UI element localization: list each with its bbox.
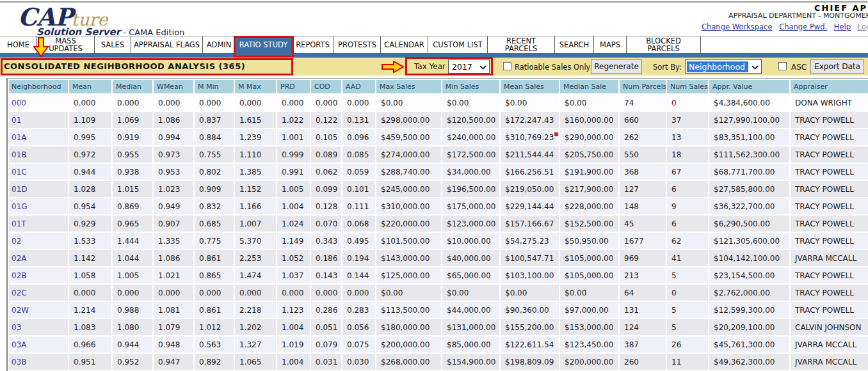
nav-tab-calendar[interactable]: CALENDAR — [381, 36, 428, 53]
cell-neighborhood[interactable]: 03 — [9, 319, 68, 335]
cell-mean: 1.083 — [69, 319, 111, 335]
cell-num-parcels: 550 — [620, 146, 666, 162]
cell-cod: 0.000 — [311, 95, 341, 111]
cell-max-sales: $220,000.00 — [376, 216, 441, 232]
nav-tab-recent-parcels[interactable]: RECENT PARCELS — [488, 36, 555, 53]
column-header-min-sales[interactable]: Min Sales — [442, 80, 499, 93]
cell-median: 0.869 — [113, 198, 152, 214]
cell-m-max: 1.065 — [235, 354, 276, 370]
column-header-cod[interactable]: COD — [311, 80, 341, 93]
cell-neighborhood[interactable]: 01B — [9, 146, 68, 162]
table-row-02B: 02B1.0581.0051.0210.8651.4741.0370.1430.… — [9, 267, 868, 283]
nav-tab-blocked-parcels[interactable]: BLOCKED PARCELS — [627, 36, 701, 53]
logout-link[interactable]: Logo — [858, 22, 868, 31]
cell-num-parcels: 148 — [620, 198, 666, 214]
table-row-03B: 03B0.9510.9520.9470.8921.0651.0040.0310.… — [9, 354, 868, 370]
cell-mean-sales: $0.00 — [501, 95, 559, 111]
cell-neighborhood[interactable]: 02C — [9, 285, 68, 301]
cell-median: 1.044 — [113, 250, 152, 266]
change-workspace-link[interactable]: Change Workspace — [702, 22, 773, 31]
table-row-01G: 01G0.9540.8690.9490.8321.1661.0040.1280.… — [9, 198, 868, 214]
nav-tab-sales[interactable]: SALES — [95, 36, 131, 53]
column-header-num-parcels[interactable]: Num Parcels — [620, 80, 666, 93]
cell-appr-value: $121,305,600.00 — [709, 233, 789, 249]
column-header-median[interactable]: Median — [113, 80, 152, 93]
column-header-aad[interactable]: AAD — [342, 80, 375, 93]
cell-median-sale: $191,900.00 — [560, 164, 618, 180]
column-header-median-sale[interactable]: Median Sale — [560, 80, 618, 93]
column-header-wmean[interactable]: WMean — [154, 80, 193, 93]
cell-appr-value: $127,990,100.00 — [709, 112, 789, 128]
cell-neighborhood[interactable]: 03B — [9, 354, 68, 370]
column-header-m-min[interactable]: M Min — [195, 80, 234, 93]
cell-median: 0.965 — [113, 216, 152, 232]
help-link[interactable]: Help — [834, 22, 851, 31]
top-border-line — [0, 1, 868, 3]
cell-neighborhood[interactable]: 01G — [9, 198, 68, 214]
nav-tab-reports[interactable]: REPORTS — [292, 36, 334, 53]
cell-max-sales: $298,000.00 — [376, 112, 441, 128]
cell-appraiser: TRACY POWELL — [791, 164, 868, 180]
column-header-max-sales[interactable]: Max Sales — [376, 80, 441, 93]
change-pwd-link[interactable]: Change Pwd. — [779, 22, 827, 31]
cell-cod: 0.062 — [311, 164, 341, 180]
cell-wmean: 0.947 — [154, 354, 193, 370]
column-header-neighborhood[interactable]: Neighborhood — [9, 80, 68, 93]
nav-tab-custom-list[interactable]: CUSTOM LIST — [428, 36, 488, 53]
cell-neighborhood[interactable]: 01A — [9, 129, 68, 145]
cell-neighborhood[interactable]: 02W — [9, 302, 68, 318]
cell-prd: 1.001 — [277, 129, 310, 145]
cell-cod: 0.128 — [311, 198, 341, 214]
column-header-mean[interactable]: Mean — [69, 80, 111, 93]
sort-by-select[interactable]: Neighborhood — [685, 59, 762, 74]
cell-neighborhood[interactable]: 01C — [9, 164, 68, 180]
cell-neighborhood[interactable]: 01T — [9, 216, 68, 232]
column-header-num-sales[interactable]: Num Sales — [667, 80, 708, 93]
cell-m-min: 0.685 — [195, 216, 234, 232]
nav-tab-appraisal-flags[interactable]: APPRAISAL FLAGS — [131, 36, 203, 53]
cell-mean: 0.951 — [69, 354, 111, 370]
nav-tab-admin[interactable]: ADMIN — [203, 36, 236, 53]
ratioable-sales-checkbox[interactable] — [503, 62, 511, 70]
cell-neighborhood[interactable]: 000 — [9, 95, 68, 111]
cell-m-min: 0.861 — [195, 250, 234, 266]
cell-prd: 1.052 — [277, 250, 310, 266]
cell-mean: 0.995 — [69, 129, 111, 145]
column-header-prd[interactable]: PRD — [277, 80, 310, 93]
cell-prd: 1.149 — [277, 233, 310, 249]
cell-neighborhood[interactable]: 01 — [9, 112, 68, 128]
cell-aad: 0.495 — [342, 233, 375, 249]
cell-cod: 0.031 — [311, 354, 341, 370]
column-header-appraiser[interactable]: Appraiser — [791, 80, 868, 93]
cell-num-parcels: 262 — [620, 129, 666, 145]
cell-aad: 0.000 — [342, 285, 375, 301]
export-data-button[interactable]: Export Data — [810, 59, 864, 74]
cell-median-sale: $105,000.00 — [560, 267, 618, 283]
cell-m-max: 1.166 — [235, 198, 276, 214]
cell-aad: 0.283 — [342, 302, 375, 318]
cell-mean: 0.000 — [69, 285, 111, 301]
table-row-02: 021.5331.4441.3350.7755.3701.1490.3430.4… — [9, 233, 868, 249]
cell-appr-value: $27,585,800.00 — [709, 181, 789, 197]
cell-neighborhood[interactable]: 02A — [9, 250, 68, 266]
regenerate-button[interactable]: Regenerate — [591, 59, 642, 74]
column-header-mean-sales[interactable]: Mean Sales — [501, 80, 559, 93]
cell-neighborhood[interactable]: 01D — [9, 181, 68, 197]
nav-tab-home[interactable]: HOME — [0, 36, 37, 53]
asc-checkbox[interactable] — [778, 62, 787, 70]
cell-median-sale: $0.00 — [560, 285, 618, 301]
cell-num-parcels: 131 — [620, 302, 666, 318]
nav-tab-search[interactable]: SEARCH — [555, 36, 594, 53]
cell-m-min: 0.000 — [195, 285, 234, 301]
cell-neighborhood[interactable]: 02B — [9, 267, 68, 283]
cell-aad: 0.000 — [342, 95, 375, 111]
column-header-appr-value[interactable]: Appr. Value — [709, 80, 789, 93]
nav-tab-maps[interactable]: MAPS — [594, 36, 627, 53]
nav-tab-label: MAPS — [600, 41, 620, 49]
cell-wmean: 1.023 — [154, 181, 193, 197]
cell-m-max: 1.327 — [235, 336, 276, 352]
cell-neighborhood[interactable]: 02 — [9, 233, 68, 249]
nav-tab-protests[interactable]: PROTESTS — [334, 36, 381, 53]
column-header-m-max[interactable]: M Max — [235, 80, 276, 93]
cell-neighborhood[interactable]: 03A — [9, 336, 68, 352]
